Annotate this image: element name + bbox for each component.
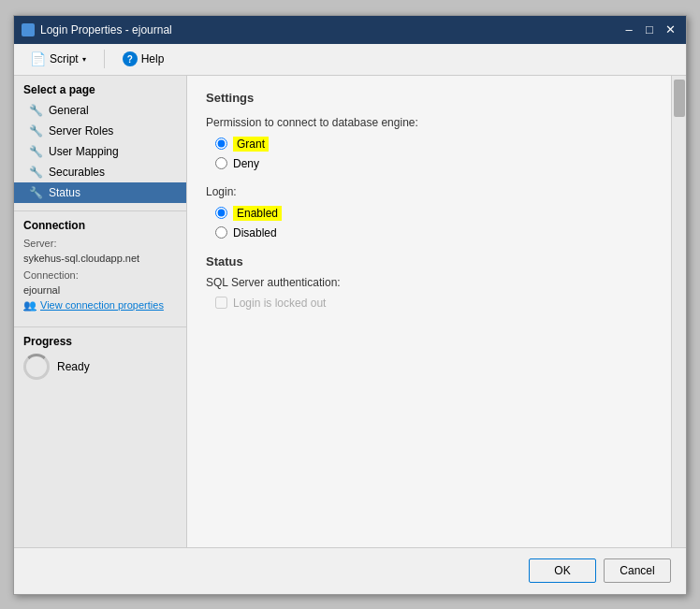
help-label: Help <box>141 52 165 65</box>
sidebar: Select a page 🔧 General 🔧 Server Roles 🔧… <box>14 76 187 547</box>
help-button[interactable]: ? Help <box>114 48 173 70</box>
sidebar-item-general[interactable]: 🔧 General <box>14 100 186 121</box>
main-panel: Settings Permission to connect to databa… <box>187 76 671 547</box>
script-icon: 📄 <box>30 51 46 66</box>
progress-spinner <box>23 354 50 380</box>
connection-label-row: Connection: <box>23 269 177 281</box>
status-section: Status SQL Server authentication: Login … <box>206 254 652 310</box>
connection-value-row: ejournal <box>23 284 177 296</box>
login-locked-checkbox[interactable] <box>215 297 227 309</box>
sidebar-item-status[interactable]: 🔧 Status <box>14 182 186 203</box>
login-locked-label: Login is locked out <box>233 297 326 310</box>
wrench-icon-server-roles: 🔧 <box>29 124 43 138</box>
connection-label: Connection: <box>23 269 79 281</box>
sidebar-connection: Connection Server: sykehus-sql.cloudapp.… <box>14 210 186 319</box>
title-bar: Login Properties - ejournal – □ ✕ <box>14 16 686 44</box>
sidebar-label-server-roles: Server Roles <box>49 124 113 138</box>
login-radio-group: Enabled Disabled <box>206 206 652 239</box>
minimize-button[interactable]: – <box>620 22 637 38</box>
login-label: Login: <box>206 185 652 198</box>
grant-option[interactable]: Grant <box>215 137 652 152</box>
toolbar-divider <box>104 50 105 68</box>
close-button[interactable]: ✕ <box>662 22 678 38</box>
server-label: Server: <box>23 238 56 249</box>
disabled-label: Disabled <box>233 226 277 239</box>
title-bar-left: Login Properties - ejournal <box>22 23 172 36</box>
permission-label: Permission to connect to database engine… <box>206 116 652 129</box>
select-page-title: Select a page <box>14 76 186 100</box>
progress-status: Ready <box>57 360 90 373</box>
help-icon: ? <box>123 51 138 66</box>
sidebar-label-securables: Securables <box>49 166 105 179</box>
deny-radio[interactable] <box>215 157 227 169</box>
window-title: Login Properties - ejournal <box>40 23 172 36</box>
sidebar-label-status: Status <box>49 186 80 199</box>
sidebar-item-user-mapping[interactable]: 🔧 User Mapping <box>14 141 186 162</box>
ok-button[interactable]: OK <box>529 558 596 583</box>
wrench-icon-general: 🔧 <box>29 104 43 117</box>
view-connection-label: View connection properties <box>40 299 164 311</box>
login-locked-option: Login is locked out <box>206 297 652 310</box>
status-title: Status <box>206 254 652 268</box>
view-connection-icon: 👥 <box>23 299 36 312</box>
sidebar-label-user-mapping: User Mapping <box>49 145 119 158</box>
sidebar-progress: Progress Ready <box>14 326 186 387</box>
view-connection-link[interactable]: 👥 View connection properties <box>23 299 177 312</box>
enabled-label: Enabled <box>233 206 282 221</box>
connection-value: ejournal <box>23 284 60 296</box>
title-bar-controls: – □ ✕ <box>620 22 678 38</box>
progress-title: Progress <box>23 335 177 348</box>
main-window: Login Properties - ejournal – □ ✕ 📄 Scri… <box>13 15 687 595</box>
deny-option[interactable]: Deny <box>215 157 652 170</box>
settings-header: Settings <box>206 91 652 105</box>
wrench-icon-securables: 🔧 <box>29 166 43 179</box>
script-button[interactable]: 📄 Script ▾ <box>22 48 95 70</box>
permission-radio-group: Grant Deny <box>206 137 652 170</box>
sidebar-item-securables[interactable]: 🔧 Securables <box>14 162 186 182</box>
disabled-radio[interactable] <box>215 226 227 239</box>
grant-radio[interactable] <box>215 138 227 150</box>
deny-label: Deny <box>233 157 259 170</box>
cancel-button[interactable]: Cancel <box>604 558 671 583</box>
sql-auth-label: SQL Server authentication: <box>206 276 652 289</box>
bottom-bar: OK Cancel <box>14 547 686 594</box>
enabled-option[interactable]: Enabled <box>215 206 652 221</box>
window-icon <box>22 23 35 36</box>
toolbar: 📄 Script ▾ ? Help <box>14 44 686 76</box>
enabled-radio[interactable] <box>215 207 227 219</box>
scrollbar-track[interactable] <box>671 76 686 547</box>
maximize-button[interactable]: □ <box>641 22 658 38</box>
login-section: Login: Enabled Disabled <box>206 185 652 239</box>
grant-label: Grant <box>233 137 269 152</box>
script-label: Script <box>50 52 79 65</box>
sidebar-item-server-roles[interactable]: 🔧 Server Roles <box>14 121 186 141</box>
server-value: sykehus-sql.cloudapp.net <box>23 253 139 264</box>
server-value-row: sykehus-sql.cloudapp.net <box>23 253 177 264</box>
wrench-icon-status: 🔧 <box>29 186 43 199</box>
script-dropdown-arrow: ▾ <box>82 55 86 64</box>
progress-area: Ready <box>23 354 177 380</box>
server-row: Server: <box>23 238 177 249</box>
disabled-option[interactable]: Disabled <box>215 226 652 239</box>
connection-title: Connection <box>23 219 177 232</box>
scrollbar-thumb[interactable] <box>674 80 685 117</box>
sidebar-label-general: General <box>49 104 89 117</box>
permission-section: Permission to connect to database engine… <box>206 116 652 170</box>
wrench-icon-user-mapping: 🔧 <box>29 145 43 158</box>
content-area: Select a page 🔧 General 🔧 Server Roles 🔧… <box>14 76 686 547</box>
